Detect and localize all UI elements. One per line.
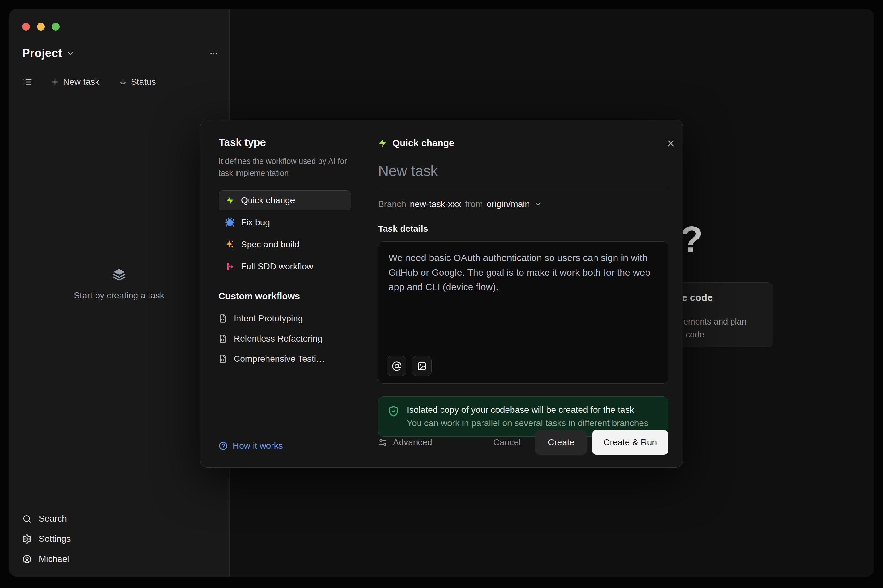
custom-workflow-label: Comprehensive Testi… — [234, 354, 325, 364]
minimize-window-button[interactable] — [37, 23, 45, 31]
create-and-run-button[interactable]: Create & Run — [592, 430, 668, 455]
custom-workflow-label: Intent Prototyping — [234, 314, 303, 324]
project-title[interactable]: Project — [22, 46, 62, 60]
background-card-desc-line1: irements and plan — [678, 315, 773, 328]
custom-workflow-relentless-refactoring[interactable]: Relentless Refactoring — [218, 328, 377, 349]
chevron-down-icon — [534, 200, 542, 208]
plus-icon — [50, 78, 59, 86]
maximize-window-button[interactable] — [52, 23, 60, 31]
sidebar: Project New task Status — [9, 9, 230, 577]
empty-state-text: Start by creating a task — [74, 291, 164, 301]
bug-icon — [225, 218, 235, 227]
lightning-icon — [225, 196, 235, 205]
sliders-icon — [378, 438, 388, 447]
status-sort-button[interactable]: Status — [119, 77, 156, 87]
file-code-icon — [218, 314, 227, 323]
sidebar-item-search[interactable]: Search — [22, 508, 71, 529]
task-title-input[interactable] — [378, 162, 668, 189]
task-details-input[interactable] — [388, 250, 658, 352]
new-task-label: New task — [63, 77, 99, 87]
task-type-panel: Task type It defines the workflow used b… — [200, 120, 377, 467]
shield-check-icon — [388, 405, 399, 417]
list-view-icon[interactable] — [23, 77, 32, 87]
attach-image-button[interactable] — [412, 356, 432, 376]
task-details-label: Task details — [378, 224, 668, 234]
task-type-option-spec-and-build[interactable]: Spec and build — [218, 234, 351, 255]
sidebar-empty-state: Start by creating a task — [9, 268, 229, 301]
file-code-icon — [218, 334, 227, 343]
create-button[interactable]: Create — [535, 430, 587, 455]
branch-name: new-task-xxx — [410, 199, 461, 209]
app-window: Project New task Status — [9, 9, 874, 577]
new-task-button[interactable]: New task — [50, 77, 99, 87]
option-label: Full SDD workflow — [241, 261, 313, 272]
task-type-option-quick-change[interactable]: Quick change — [218, 190, 351, 210]
option-label: Fix bug — [241, 218, 270, 228]
cancel-button[interactable]: Cancel — [493, 437, 520, 447]
gear-icon — [22, 534, 32, 544]
search-icon — [22, 514, 32, 524]
sidebar-item-settings[interactable]: Settings — [22, 529, 71, 549]
more-options-icon[interactable] — [209, 48, 218, 58]
branch-label: Branch — [378, 199, 406, 209]
modal-title: Quick change — [392, 138, 454, 148]
custom-workflow-label: Relentless Refactoring — [234, 334, 323, 344]
layers-icon — [112, 268, 126, 282]
option-label: Spec and build — [241, 240, 299, 250]
file-code-icon — [218, 354, 227, 363]
settings-label: Settings — [39, 534, 71, 544]
status-label: Status — [131, 77, 156, 87]
user-circle-icon — [22, 554, 32, 564]
how-it-works-label: How it works — [233, 441, 283, 451]
task-details-container — [378, 242, 668, 384]
custom-workflow-comprehensive-testing[interactable]: Comprehensive Testi… — [218, 349, 377, 369]
how-it-works-link[interactable]: How it works — [218, 441, 283, 451]
task-type-option-full-sdd-workflow[interactable]: Full SDD workflow — [218, 256, 351, 277]
task-type-title: Task type — [218, 136, 377, 148]
task-form-panel: Quick change Branch new-task-xxx from or… — [377, 120, 683, 467]
arrow-down-icon — [119, 78, 127, 86]
chevron-down-icon[interactable] — [66, 49, 75, 57]
option-label: Quick change — [241, 195, 295, 206]
sparkles-icon — [225, 240, 235, 249]
help-circle-icon — [218, 441, 228, 451]
background-card-title: e code — [682, 292, 773, 303]
lightning-icon — [378, 139, 387, 147]
background-heading-fragment: ? — [680, 218, 703, 261]
custom-workflows-title: Custom workflows — [218, 291, 377, 302]
sidebar-item-account[interactable]: Michael — [22, 549, 71, 569]
search-label: Search — [39, 514, 67, 524]
info-box-subtitle: You can work in parallel on several task… — [407, 418, 648, 428]
task-type-description: It defines the workflow used by AI for t… — [218, 155, 352, 179]
new-task-modal: Task type It defines the workflow used b… — [200, 120, 683, 468]
account-label: Michael — [39, 554, 69, 564]
advanced-label: Advanced — [393, 437, 432, 447]
from-label: from — [465, 199, 483, 209]
custom-workflow-intent-prototyping[interactable]: Intent Prototyping — [218, 309, 377, 328]
branch-selector[interactable]: Branch new-task-xxx from origin/main — [378, 199, 668, 209]
workflow-icon — [225, 262, 235, 271]
mention-button[interactable] — [387, 356, 406, 376]
base-branch-name: origin/main — [487, 199, 530, 209]
window-controls — [22, 23, 60, 31]
background-card-desc-line2: g code — [678, 328, 773, 341]
close-icon[interactable] — [666, 138, 676, 148]
close-window-button[interactable] — [22, 23, 30, 31]
info-box-title: Isolated copy of your codebase will be c… — [407, 405, 648, 415]
advanced-button[interactable]: Advanced — [378, 437, 432, 447]
task-type-option-fix-bug[interactable]: Fix bug — [218, 212, 351, 232]
